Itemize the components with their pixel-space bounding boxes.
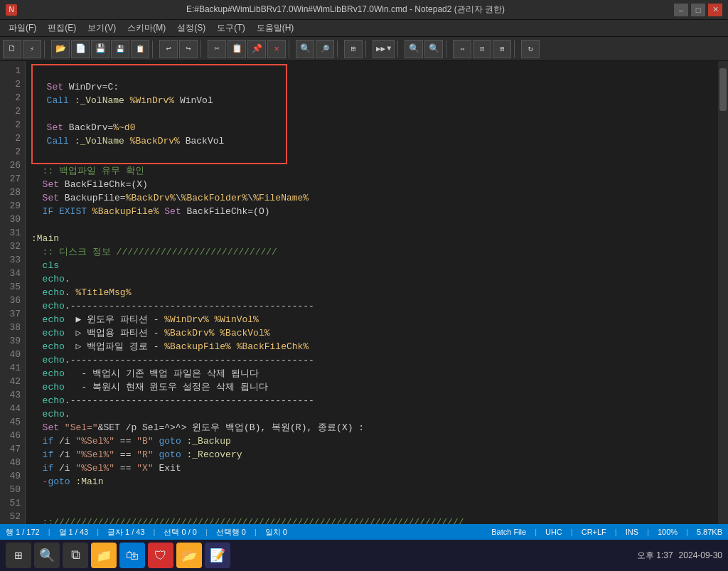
tb-copy[interactable]: 📋: [228, 40, 246, 58]
status-sep7: |: [571, 528, 573, 536]
tb-save[interactable]: 💾: [91, 40, 109, 58]
status-line: 행 1 / 172: [6, 527, 40, 538]
tb-undo[interactable]: ↩: [159, 40, 178, 58]
code-line-49: -goto :Main: [31, 475, 712, 489]
menubar: 파일(F) 편집(E) 보기(V) 스키마(M) 설정(S) 도구(T) 도움말…: [0, 20, 728, 37]
status-sellines: 선택행 0: [216, 527, 246, 538]
code-line-39: echo ▷ 백업파일 경로 - %BackupFile% %BackFileC…: [31, 340, 712, 353]
status-matches: 일치 0: [265, 527, 287, 538]
tb-block[interactable]: ⊡: [473, 40, 491, 58]
status-sep8: |: [615, 528, 617, 536]
code-line-32: :: 디스크 정보 /////////////////////////////: [31, 245, 712, 259]
code-line-2: Set WinDrv=C:: [36, 80, 283, 94]
code-line-35: echo. %TitleMsg%: [31, 286, 712, 299]
toolbar: 🗋 ⚡ 📂 📄 💾 💾 📋 ↩ ↪ ✂ 📋 📌 ✕ 🔍 🔎 ⊞ ▶▶ ▼ 🔍 🔍…: [0, 37, 728, 61]
maximize-button[interactable]: □: [691, 4, 705, 16]
code-line-27: Set BackFileChk=(X): [31, 178, 712, 191]
code-line-50: [31, 489, 712, 502]
menu-tools[interactable]: 도구(T): [211, 21, 250, 36]
window-title: E:#Backup#WimLibBRv17.0Win#WimLibBRv17.0…: [17, 4, 674, 16]
minimize-button[interactable]: –: [674, 4, 688, 16]
tb-open[interactable]: 📂: [51, 40, 70, 58]
tb-paste[interactable]: 📌: [247, 40, 266, 58]
tb-open2[interactable]: 📄: [71, 40, 90, 58]
taskbar-search[interactable]: 🔍: [34, 543, 60, 568]
tb-redo[interactable]: ↪: [179, 40, 198, 58]
status-insert: INS: [626, 528, 638, 536]
code-line-46: if /i "%Sel%" == "B" goto :_Backup: [31, 434, 712, 448]
taskbar-right: 오후 1:37 2024-09-30: [637, 550, 722, 562]
code-line-6: Call :_VolName %BackDrv% BackVol: [36, 134, 283, 148]
tb-find[interactable]: 🔍: [296, 40, 314, 58]
scrollbar-thumb[interactable]: [719, 68, 727, 111]
tb-zoom-in[interactable]: 🔍: [424, 40, 443, 58]
code-line-42: echo - 복원시 현재 윈도우 설정은 삭제 됩니다: [31, 380, 712, 394]
menu-help[interactable]: 도움말(H): [251, 21, 300, 36]
taskbar-explorer[interactable]: 📁: [91, 543, 117, 568]
editor-container: 1 2 2 2 2 2 2 26 27 28 29 30 31 32 33 34…: [0, 61, 728, 524]
code-line-1: [36, 67, 283, 80]
taskbar-store[interactable]: 🛍: [119, 543, 145, 568]
tb-refresh[interactable]: ↻: [521, 40, 540, 58]
menu-file[interactable]: 파일(F): [3, 21, 42, 36]
code-line-4: [36, 107, 283, 121]
code-line-45: Set "Sel="&SET /p Sel=^>^> 윈도우 백업(B), 복원…: [31, 421, 712, 434]
tb-encoding-dropdown[interactable]: ▶▶ ▼: [373, 40, 395, 58]
tb-save3[interactable]: 📋: [131, 40, 149, 58]
code-line-29: IF EXIST %BackupFile% Set BackFileChk=(O…: [31, 205, 712, 218]
taskbar-windows[interactable]: ⊞: [6, 543, 31, 568]
taskbar-notepad[interactable]: 📝: [205, 543, 230, 568]
code-line-47: if /i "%Sel%" == "R" goto :_Recovery: [31, 448, 712, 461]
tb-save2[interactable]: 💾: [111, 40, 129, 58]
editor-content[interactable]: Set WinDrv=C: Call :_VolName %WinDrv% Wi…: [26, 61, 718, 524]
code-line-33: cls: [31, 259, 712, 272]
status-zoom: 100%: [658, 528, 678, 536]
taskbar-taskview[interactable]: ⧉: [63, 543, 88, 568]
code-line-41: echo - 백업시 기존 백업 파일은 삭제 됩니다: [31, 367, 712, 380]
taskbar-folder[interactable]: 📂: [176, 543, 202, 568]
vertical-scrollbar[interactable]: [718, 61, 728, 524]
code-line-40: echo.-----------------------------------…: [31, 353, 712, 367]
tb-delete[interactable]: ✕: [267, 40, 286, 58]
tb-num[interactable]: ⊞: [493, 40, 511, 58]
code-line-7: [36, 148, 283, 161]
status-sep10: |: [686, 528, 688, 536]
tb-something[interactable]: ⊞: [344, 40, 363, 58]
code-line-36: echo.-----------------------------------…: [31, 299, 712, 313]
status-filesize: 5.87KB: [697, 528, 722, 536]
menu-edit[interactable]: 편집(E): [42, 21, 82, 36]
tb-new[interactable]: 🗋: [3, 40, 21, 58]
code-line-3: Call :_VolName %WinDrv% WinVol: [36, 94, 283, 107]
tb-wrap[interactable]: ⇔: [453, 40, 471, 58]
code-line-44: echo.: [31, 407, 712, 421]
menu-schema[interactable]: 스키마(M): [122, 21, 171, 36]
tb-find2[interactable]: 🔎: [316, 40, 334, 58]
statusbar: 행 1 / 172 | 열 1 / 43 | 글자 1 / 43 | 선택 0 …: [0, 524, 728, 540]
taskbar-date: 2024-09-30: [679, 550, 722, 560]
menu-view[interactable]: 보기(V): [82, 21, 122, 36]
code-line-28: Set BackupFile=%BackDrv%\%BackFolder%\%F…: [31, 191, 712, 205]
status-sep9: |: [647, 528, 649, 536]
status-col: 열 1 / 43: [59, 527, 89, 538]
tb-unknown[interactable]: ⚡: [23, 40, 41, 58]
code-line-5: Set BackDrv=%~d0: [36, 121, 283, 134]
taskbar-time: 오후 1:37: [637, 550, 673, 562]
code-line-26: :: 백업파일 유무 확인: [31, 164, 712, 178]
status-sel: 선택 0 / 0: [164, 527, 196, 538]
menu-settings[interactable]: 설정(S): [171, 21, 211, 36]
code-line-30: [31, 218, 712, 232]
status-encoding: UHC: [545, 528, 562, 536]
code-line-48: if /i "%Sel%" == "X" Exit: [31, 461, 712, 475]
status-filetype: Batch File: [491, 528, 526, 536]
status-sep4: |: [205, 528, 208, 536]
code-line-31: :Main: [31, 232, 712, 245]
code-line-43: echo.-----------------------------------…: [31, 394, 712, 407]
code-line-37: echo ▶ 윈도우 파티션 - %WinDrv% %WinVol%: [31, 313, 712, 326]
close-button[interactable]: ✕: [708, 4, 722, 16]
taskbar-antivirus[interactable]: 🛡: [148, 543, 173, 568]
status-sep2: |: [97, 528, 99, 536]
tb-zoom-out[interactable]: 🔍: [405, 40, 423, 58]
code-line-51: [31, 502, 712, 516]
taskbar: ⊞ 🔍 ⧉ 📁 🛍 🛡 📂 📝 오후 1:37 2024-09-30: [0, 540, 728, 571]
tb-cut[interactable]: ✂: [208, 40, 226, 58]
